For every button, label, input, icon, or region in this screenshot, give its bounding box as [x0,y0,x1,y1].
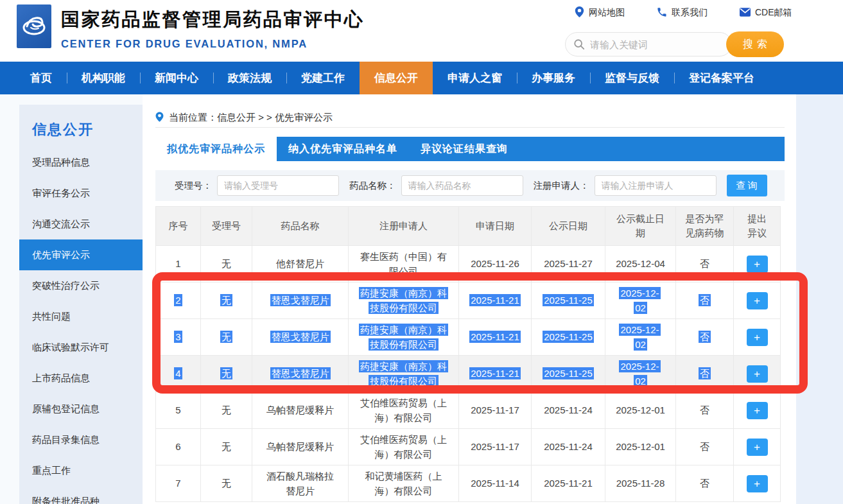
cell-rare: 否 [699,331,711,343]
sidebar-item-drug-catalog[interactable]: 药品目录集信息 [19,424,143,455]
contact-link[interactable]: 联系我们 [657,6,708,19]
cell-deadline: 2025-12-02 [619,360,660,387]
cell-rare: 否 [700,478,709,489]
cell-acceptance: 无 [222,478,231,489]
add-objection-button[interactable]: + [747,365,768,383]
cell-acceptance: 无 [222,441,231,452]
mail-icon [740,8,751,19]
nav-item-home[interactable]: 首页 [15,62,67,94]
map-pin-icon [575,6,584,19]
cell-acceptance: 无 [220,294,232,306]
drug-name-label: 药品名称： [349,180,396,192]
content-panel: 当前位置：信息公开 > > 优先审评公示 拟优先审评品种公示 纳入优先审评品种名… [143,94,796,504]
tab-bar: 拟优先审评品种公示 纳入优先审评品种名单 异议论证结果查询 [155,137,785,161]
nav-item-information-disclosure[interactable]: 信息公开 [360,62,433,94]
cell-serial: 5 [175,404,180,415]
cell-applicant: 药捷安康（南京）科技股份有限公司 [359,360,448,387]
cell-publish-date: 2025-11-25 [543,294,594,306]
cell-serial: 4 [174,367,182,379]
applicant-label: 注册申请人： [534,180,589,192]
cell-apply-date: 2025-11-26 [471,258,519,269]
keyword-search-input[interactable] [565,32,732,56]
table-header-row: 序号 受理号 药品名称 注册申请人 申请日期 公示日期 公示截止日期 是否为罕见… [156,207,781,246]
nav-item-applicant-window[interactable]: 申请人之窗 [433,62,517,94]
cell-drug: 替恩戈替尼片 [270,294,331,306]
cell-drug: 乌帕替尼缓释片 [266,441,334,452]
sitemap-link[interactable]: 网站地图 [575,6,625,19]
cell-publish-date: 2025-11-27 [544,258,593,269]
nav-item-functions[interactable]: 机构职能 [67,62,140,94]
brand-block: 国家药品监督管理局药品审评中心 CENTER FOR DRUG EVALUATI… [61,7,365,50]
main-area: 信息公开 受理品种信息 审评任务公示 沟通交流公示 优先审评公示 突破性治疗公示… [0,94,843,504]
cde-mail-link[interactable]: CDE邮箱 [740,6,792,19]
applicant-input[interactable] [595,175,717,196]
sidebar-item-review-tasks[interactable]: 审评任务公示 [19,178,143,209]
cell-drug: 替恩戈替尼片 [270,367,331,379]
add-objection-button[interactable]: + [747,329,768,346]
cell-apply-date: 2025-11-17 [471,404,519,415]
cell-apply-date: 2025-11-21 [469,367,521,379]
cell-applicant: 药捷安康（南京）科技股份有限公司 [359,324,448,351]
cell-drug: 替恩戈替尼片 [270,331,331,343]
sidebar-item-key-work[interactable]: 重点工作 [19,455,143,486]
nav-item-news[interactable]: 新闻中心 [140,62,213,94]
sidebar-item-priority-review[interactable]: 优先审评公示 [19,239,143,270]
col-drug-name: 药品名称 [252,207,349,246]
sidebar-item-breakthrough-therapy[interactable]: 突破性治疗公示 [19,270,143,301]
nav-item-policies[interactable]: 政策法规 [213,62,286,94]
col-acceptance-no: 受理号 [201,207,252,246]
sidebar-item-common-issues[interactable]: 共性问题 [19,301,143,332]
sidebar-item-communication[interactable]: 沟通交流公示 [19,209,143,239]
table-row: 1 无 他舒替尼片 赛生医药（中国）有限公司 2025-11-26 2025-1… [156,246,781,282]
cell-publish-date: 2025-11-21 [544,478,593,489]
cell-deadline: 2025-12-02 [619,287,660,314]
query-button[interactable]: 查询 [727,175,767,196]
site-search-button[interactable]: 搜索 [726,31,784,57]
tab-included-priority-review-list[interactable]: 纳入优先审评品种名单 [277,137,409,161]
phone-icon [657,7,667,19]
add-objection-button[interactable]: + [747,439,768,456]
col-publish-deadline: 公示截止日期 [605,207,676,246]
cell-applicant: 和记黄埔医药（上海）有限公司 [365,471,442,496]
add-objection-button[interactable]: + [747,475,768,492]
add-objection-button[interactable]: + [747,292,768,309]
primary-nav: 首页 机构职能 新闻中心 政策法规 党建工作 信息公开 申请人之窗 办事服务 监… [0,62,843,94]
cell-drug: 酒石酸凡瑞格拉替尼片 [266,471,334,496]
acceptance-no-input[interactable] [217,175,339,196]
drug-name-input[interactable] [401,175,523,196]
top-utility-links: 网站地图 联系我们 CDE邮箱 [575,6,792,19]
priority-review-table: 序号 受理号 药品名称 注册申请人 申请日期 公示日期 公示截止日期 是否为罕见… [155,206,781,502]
nav-item-supervision[interactable]: 监督与反馈 [590,62,674,94]
cell-deadline: 2025-12-01 [616,441,665,452]
table-row: 6 无 乌帕替尼缓释片 艾伯维医药贸易（上海）有限公司 2025-11-17 2… [156,429,781,465]
col-serial-no: 序号 [156,207,201,246]
cell-publish-date: 2025-11-24 [544,441,593,452]
sidebar-item-conditional-approval[interactable]: 附条件批准品种 [19,486,143,504]
sidebar-item-clinical-trial-implied-license[interactable]: 临床试验默示许可 [19,332,143,363]
col-rare-disease: 是否为罕见病药物 [676,207,734,246]
cde-logo [17,4,51,48]
table-row: 7 无 酒石酸凡瑞格拉替尼片 和记黄埔医药（上海）有限公司 2025-11-14… [156,465,781,502]
tab-proposed-priority-review[interactable]: 拟优先审评品种公示 [155,137,277,161]
sidebar: 信息公开 受理品种信息 审评任务公示 沟通交流公示 优先审评公示 突破性治疗公示… [19,105,143,504]
cell-serial: 6 [175,441,180,452]
table-row: 4 无 替恩戈替尼片 药捷安康（南京）科技股份有限公司 2025-11-21 2… [156,356,781,392]
cell-deadline: 2025-11-28 [616,478,665,489]
sidebar-item-marketed-drugs[interactable]: 上市药品信息 [19,363,143,394]
nav-item-registration-platform[interactable]: 登记备案平台 [674,62,769,94]
site-search: 搜索 [565,31,784,57]
site-header: 国家药品监督管理局药品审评中心 CENTER FOR DRUG EVALUATI… [0,0,843,62]
site-title: 国家药品监督管理局药品审评中心 [61,7,365,33]
sidebar-item-excipients-registration[interactable]: 原辅包登记信息 [19,394,143,424]
nav-item-party[interactable]: 党建工作 [286,62,360,94]
cell-drug: 他舒替尼片 [276,258,324,269]
sidebar-item-accepted-products[interactable]: 受理品种信息 [19,147,143,178]
sidebar-title: 信息公开 [19,105,143,147]
cell-acceptance: 无 [222,404,231,415]
nav-item-services[interactable]: 办事服务 [517,62,590,94]
cell-acceptance: 无 [222,258,231,269]
add-objection-button[interactable]: + [747,402,768,419]
add-objection-button[interactable]: + [747,256,768,273]
tab-objection-results[interactable]: 异议论证结果查询 [409,137,519,161]
col-applicant: 注册申请人 [349,207,459,246]
